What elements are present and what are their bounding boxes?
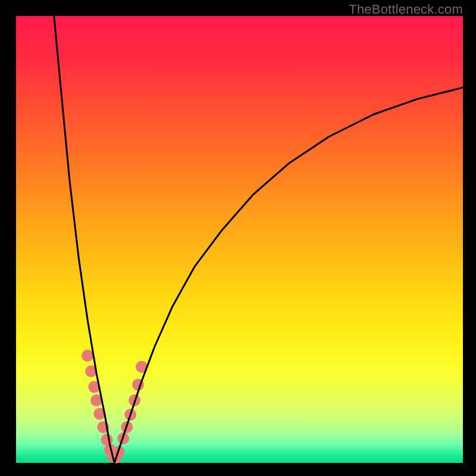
highlight-dots-group bbox=[82, 350, 148, 464]
chart-svg bbox=[16, 16, 463, 463]
bottleneck-curve bbox=[54, 16, 463, 463]
highlight-dot bbox=[82, 350, 93, 362]
outer-frame: TheBottleneck.com bbox=[0, 0, 476, 476]
plot-area bbox=[16, 16, 463, 463]
watermark-text: TheBottleneck.com bbox=[349, 2, 463, 17]
